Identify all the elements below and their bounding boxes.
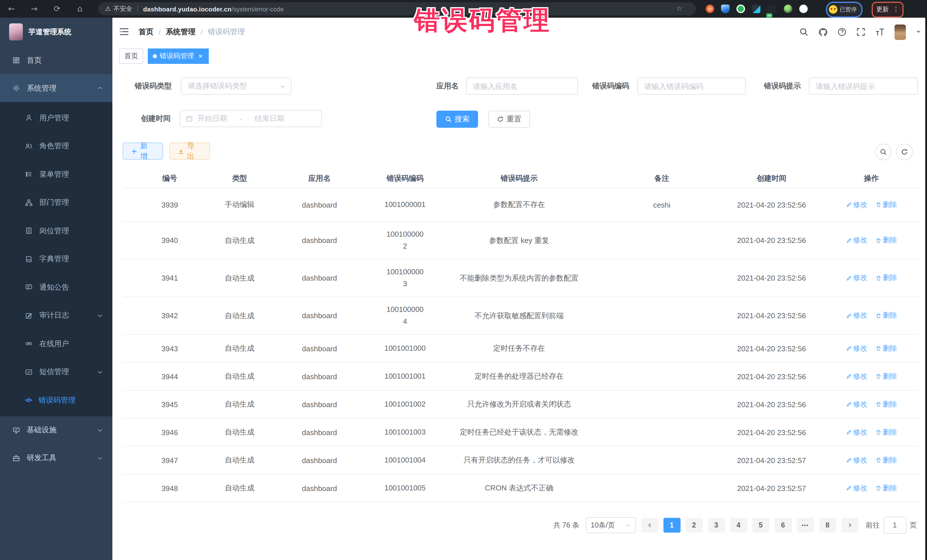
error-hint-input[interactable] — [810, 78, 917, 94]
show-search-toggle-button[interactable] — [875, 144, 892, 160]
page-button-3[interactable]: 3 — [708, 518, 725, 533]
app-logo-row[interactable]: 芋道管理系统 — [0, 18, 112, 46]
delete-link[interactable]: 删除 — [875, 455, 897, 465]
prev-page-button[interactable] — [641, 518, 658, 533]
cell-created: 2021-04-20 23:52:56 — [719, 234, 824, 247]
breadcrumb-system[interactable]: 系统管理 — [166, 27, 195, 37]
user-avatar[interactable] — [895, 24, 906, 39]
more-pages-button[interactable]: ••• — [797, 518, 814, 533]
delete-link[interactable]: 删除 — [875, 372, 897, 381]
page-button-8[interactable]: 8 — [819, 518, 836, 533]
delete-link[interactable]: 删除 — [875, 483, 897, 493]
sidebar-item-sms-management[interactable]: 短信管理 — [0, 358, 112, 386]
delete-link[interactable]: 删除 — [875, 344, 897, 353]
chevron-up-icon — [97, 85, 103, 91]
sidebar-item-home[interactable]: 首页 — [0, 46, 112, 74]
edit-link[interactable]: 修改 — [846, 455, 868, 465]
page-button-6[interactable]: 6 — [774, 518, 792, 533]
sidebar-item-dict-management[interactable]: 字典管理 — [0, 245, 112, 273]
extension-grid-icon[interactable] — [752, 5, 760, 13]
date-range-picker[interactable]: 开始日期 - 结束日期 — [180, 110, 322, 127]
page-button-5[interactable]: 5 — [752, 518, 769, 533]
tab-error-code-management[interactable]: 错误码管理 — [148, 49, 209, 64]
sidebar-item-user-management[interactable]: 用户管理 — [0, 104, 112, 132]
error-code-input[interactable] — [638, 78, 745, 94]
extension-tampermonkey-icon[interactable]: on — [767, 5, 776, 13]
sidebar-item-system-management[interactable]: 系统管理 — [0, 74, 112, 102]
hamburger-menu-icon[interactable] — [119, 27, 129, 36]
extension-ubuntu-icon[interactable] — [706, 5, 714, 13]
book-icon — [25, 255, 32, 263]
add-button[interactable]: 新增 — [123, 143, 163, 160]
github-icon[interactable] — [818, 27, 828, 37]
browser-reload-icon[interactable]: ⟳ — [51, 0, 63, 18]
reset-button[interactable]: 重置 — [488, 111, 530, 128]
sidebar-item-post-management[interactable]: 岗位管理 — [0, 217, 112, 245]
address-bar[interactable]: ⚠ 不安全 dashboard.yudao.iocoder.cn/system/… — [98, 2, 696, 15]
edit-link[interactable]: 修改 — [846, 311, 868, 320]
sidebar-item-label: 系统管理 — [27, 83, 56, 93]
delete-link[interactable]: 删除 — [875, 311, 897, 320]
cell-app: dashboard — [263, 342, 377, 355]
tab-home[interactable]: 首页 — [119, 49, 143, 64]
delete-link[interactable]: 删除 — [875, 399, 897, 409]
extension-puzzle-icon[interactable] — [799, 5, 808, 13]
delete-link[interactable]: 删除 — [875, 235, 897, 245]
edit-link[interactable]: 修改 — [846, 427, 868, 437]
extension-gem-icon[interactable] — [721, 5, 729, 13]
edit-link[interactable]: 修改 — [846, 235, 868, 245]
browser-back-icon[interactable]: ← — [6, 0, 17, 18]
refresh-table-button[interactable] — [896, 144, 913, 160]
delete-link[interactable]: 删除 — [875, 427, 897, 437]
breadcrumb-home[interactable]: 首页 — [138, 27, 153, 37]
sidebar-item-dev-tools[interactable]: 研发工具 — [0, 444, 112, 472]
search-button[interactable]: 搜索 — [436, 111, 478, 128]
sidebar-item-notice-management[interactable]: 通知公告 — [0, 273, 112, 301]
page-button-1[interactable]: 1 — [663, 518, 680, 533]
edit-link[interactable]: 修改 — [846, 399, 868, 409]
help-icon[interactable] — [837, 27, 846, 36]
browser-update-button[interactable]: 更新 ⋮ — [872, 2, 904, 17]
browser-profile-chip[interactable]: 已暂停 — [826, 2, 863, 17]
browser-forward-icon[interactable]: → — [29, 0, 40, 18]
sidebar-item-role-management[interactable]: 角色管理 — [0, 132, 112, 160]
browser-menu-dots-icon[interactable]: ⋮ — [893, 6, 899, 13]
edit-link[interactable]: 修改 — [846, 200, 868, 209]
page-size-select[interactable]: 10条/页 — [585, 517, 636, 533]
sidebar-item-label: 研发工具 — [27, 453, 56, 463]
table-row: 3944 自动生成 dashboard 1001001001 定时任务的处理器已… — [123, 363, 918, 391]
delete-link[interactable]: 删除 — [875, 200, 897, 209]
error-type-select[interactable]: 请选择错误码类型 — [181, 77, 292, 95]
bookmark-star-icon[interactable]: ☆ — [676, 2, 682, 15]
edit-link[interactable]: 修改 — [846, 483, 868, 493]
page-button-4[interactable]: 4 — [730, 518, 747, 533]
extension-key-icon[interactable] — [784, 5, 792, 13]
sidebar-item-audit-log[interactable]: 审计日志 — [0, 301, 112, 329]
page-button-2[interactable]: 2 — [685, 518, 702, 533]
sidebar-item-error-code-management[interactable]: </> 错误码管理 — [0, 386, 112, 414]
edit-link[interactable]: 修改 — [846, 273, 868, 283]
sidebar-item-department-management[interactable]: 部门管理 — [0, 188, 112, 217]
error-code-table: 编号 类型 应用名 错误码编码 错误码提示 备注 创建时间 操作 3939 手动… — [123, 169, 918, 502]
filter-type-label: 错误码类型 — [135, 81, 172, 91]
browser-home-icon[interactable]: ⌂ — [74, 0, 85, 18]
tab-close-icon[interactable] — [197, 53, 204, 59]
sidebar-item-online-users[interactable]: 在线用户 — [0, 329, 112, 358]
extension-v-icon[interactable] — [737, 5, 745, 13]
pencil-icon — [846, 373, 851, 379]
next-page-button[interactable] — [841, 518, 858, 533]
font-size-icon[interactable] — [875, 28, 885, 36]
export-button[interactable]: 导出 — [169, 143, 210, 160]
cell-code: 1001001003 — [377, 424, 433, 440]
header-search-icon[interactable] — [799, 27, 808, 36]
sidebar-item-infrastructure[interactable]: 基础设施 — [0, 416, 112, 444]
fullscreen-icon[interactable] — [856, 27, 865, 36]
avatar-caret-down-icon[interactable] — [916, 29, 921, 35]
delete-link[interactable]: 删除 — [875, 273, 897, 283]
goto-page-input[interactable] — [883, 517, 906, 534]
sidebar-item-menu-management[interactable]: 菜单管理 — [0, 160, 112, 188]
edit-link[interactable]: 修改 — [846, 372, 868, 381]
refresh-icon — [497, 116, 504, 123]
app-name-input[interactable] — [467, 78, 577, 94]
edit-link[interactable]: 修改 — [846, 344, 868, 353]
